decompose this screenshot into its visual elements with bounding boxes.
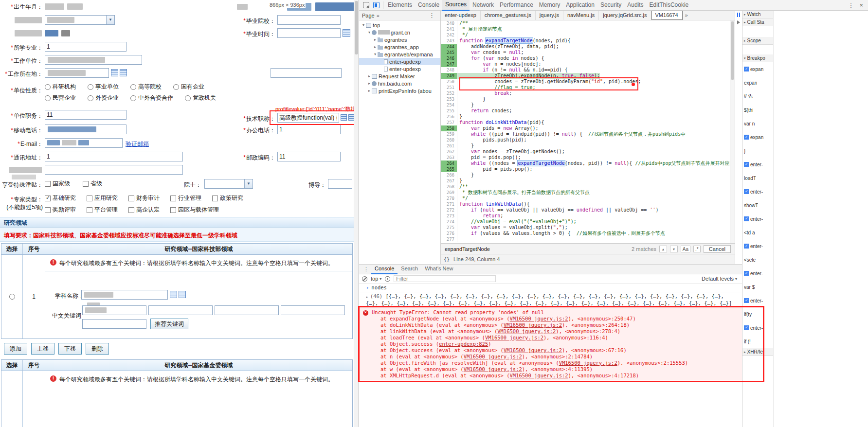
- line-number[interactable]: 271: [441, 201, 457, 207]
- checkbox-option-item[interactable]: 财务审计: [128, 194, 170, 202]
- checkbox-option-item[interactable]: 国家级: [45, 179, 83, 188]
- radio-icon[interactable]: [45, 84, 51, 90]
- breakpoint-entry[interactable]: enter-: [742, 267, 773, 280]
- tree-item-enter-updexp[interactable]: enter-updexp: [359, 65, 440, 72]
- radio-option-item[interactable]: 事业单位: [88, 83, 130, 91]
- code-line[interactable]: 273 return;: [441, 213, 735, 219]
- code-line[interactable]: 270 */: [441, 196, 735, 201]
- code-line[interactable]: 242 */: [441, 32, 735, 38]
- doctoral-input[interactable]: [328, 179, 352, 189]
- line-number[interactable]: 244: [441, 44, 457, 50]
- file-tab-vm16674[interactable]: VM16674: [651, 11, 683, 20]
- checkbox-icon[interactable]: [83, 181, 89, 187]
- row-radio[interactable]: [9, 294, 15, 300]
- console-result[interactable]: ▸(46) [{…}, {…}, {…}, {…}, {…}, {…}, {…}…: [359, 292, 742, 308]
- clear-console-icon[interactable]: [362, 276, 367, 282]
- line-number[interactable]: 259: [441, 131, 457, 137]
- breakpoint-entry[interactable]: enter-: [742, 239, 773, 253]
- file-tab-enter-updexp[interactable]: enter-updexp: [441, 11, 481, 20]
- devtools-tab-editthiscookie[interactable]: EditThisCookie: [647, 0, 692, 10]
- clear-icon[interactable]: [170, 291, 177, 298]
- tree-item-egrantres[interactable]: ▸egrantres: [359, 36, 440, 43]
- tree-expander-icon[interactable]: ▸: [373, 45, 378, 49]
- code-line[interactable]: 267}: [441, 178, 735, 184]
- checkbox-icon[interactable]: [128, 207, 134, 213]
- region-select-icon[interactable]: [111, 69, 118, 76]
- breakpoint-checkbox[interactable]: [744, 67, 749, 71]
- sidebar-section-xhr-breakpoints[interactable]: ▸XHR/fet: [742, 348, 773, 356]
- devtools-tab-audits[interactable]: Audits: [624, 0, 646, 10]
- code-line[interactable]: 247 var n = nodes[node];: [441, 61, 735, 67]
- grad-time-input[interactable]: [277, 28, 341, 38]
- code-line[interactable]: 258 var pids = new Array();: [441, 125, 735, 131]
- recommend-keywords-button[interactable]: 推荐关键词: [150, 319, 188, 329]
- devtools-tab-performance[interactable]: Performance: [497, 0, 536, 10]
- tech-title-input[interactable]: [277, 113, 339, 123]
- stack-link[interactable]: VM16500 jquery.js:2: [559, 360, 617, 366]
- search-next-button[interactable]: ▼: [670, 246, 678, 252]
- line-number[interactable]: 246: [441, 55, 457, 61]
- line-number[interactable]: 248: [441, 67, 457, 73]
- search-cancel-button[interactable]: Cancel: [704, 245, 731, 253]
- breakpoint-checkbox[interactable]: [744, 298, 749, 303]
- more-tabs-icon[interactable]: »: [377, 13, 380, 18]
- breakpoint-checkbox[interactable]: [744, 135, 749, 140]
- line-number[interactable]: 260: [441, 137, 457, 143]
- checkbox-option-item[interactable]: 奖励评审: [45, 206, 87, 214]
- checkbox-option-item[interactable]: 政策研究: [212, 194, 254, 202]
- devtools-tab-network[interactable]: Network: [470, 0, 497, 10]
- tree-expander-icon[interactable]: ▸: [373, 37, 378, 42]
- line-number[interactable]: 277: [441, 236, 457, 242]
- code-area[interactable]: 240/**241 * 展开指定的节点242 */243function exp…: [441, 20, 735, 243]
- tree-select-icon[interactable]: [120, 69, 127, 76]
- breakpoint-entry[interactable]: $(thi: [742, 103, 773, 117]
- devtools-tab-application[interactable]: Application: [563, 0, 597, 10]
- breakpoint-entry[interactable]: if(ty: [742, 307, 773, 321]
- tree-item-egrantweb-expmana[interactable]: ▾egrantweb/expmana: [359, 51, 440, 58]
- step-over-button[interactable]: [737, 20, 740, 24]
- line-number[interactable]: 264: [441, 160, 457, 166]
- line-number[interactable]: 275: [441, 225, 457, 231]
- line-number[interactable]: 270: [441, 196, 457, 201]
- line-number[interactable]: 258: [441, 125, 457, 131]
- tree-expander-icon[interactable]: ▾: [367, 30, 372, 35]
- keyword-input-4[interactable]: [281, 305, 345, 315]
- keyword-input-2[interactable]: [148, 305, 213, 315]
- code-line[interactable]: 261 }: [441, 143, 735, 149]
- drawer-tab-search[interactable]: Search: [398, 264, 421, 274]
- code-line[interactable]: 275 var values = valueObj.split(",");: [441, 225, 735, 231]
- line-number[interactable]: 256: [441, 114, 457, 120]
- tree-item-printexppsninfo-abou[interactable]: ▸printExpPsnInfo (abou: [359, 87, 440, 94]
- code-line[interactable]: 277: [441, 236, 735, 242]
- office-phone-input[interactable]: [277, 125, 341, 134]
- radio-option-item[interactable]: 党政机关: [185, 94, 228, 102]
- radio-option-item[interactable]: 科研机构: [45, 83, 88, 91]
- code-line[interactable]: 272 if (null == valueObj || valueObj == …: [441, 207, 735, 213]
- sidebar-section-call-sta[interactable]: ▸Call Sta: [742, 18, 773, 26]
- breakpoint-entry[interactable]: if (!: [742, 335, 773, 348]
- search-prev-button[interactable]: ▲: [659, 246, 667, 252]
- breakpoint-entry[interactable]: var n: [742, 117, 773, 130]
- breakpoint-entry[interactable]: <td a: [742, 226, 773, 239]
- address-input[interactable]: [45, 152, 183, 161]
- line-number[interactable]: 247: [441, 61, 457, 67]
- regex-toggle[interactable]: .*: [693, 246, 701, 252]
- line-number[interactable]: 262: [441, 149, 457, 155]
- devtools-close-icon[interactable]: ×: [856, 1, 866, 9]
- line-number[interactable]: 268: [441, 184, 457, 190]
- code-line[interactable]: 276 if (values && values.length > 0) { /…: [441, 231, 735, 236]
- radio-icon[interactable]: [130, 95, 136, 101]
- line-number[interactable]: 254: [441, 102, 457, 108]
- stack-link[interactable]: VM16500 jquery.js:2: [504, 347, 562, 353]
- breakpoint-checkbox[interactable]: [744, 325, 749, 330]
- stack-link[interactable]: enter-updexp:825: [439, 341, 488, 347]
- stack-link[interactable]: VM16500 jquery.js:2: [464, 354, 522, 359]
- radio-option-item[interactable]: 外资企业: [88, 94, 130, 102]
- devtools-menu-icon[interactable]: ⋮: [845, 1, 856, 9]
- live-expression-icon[interactable]: [385, 276, 390, 282]
- search-query-input[interactable]: expandTargetNode: [445, 246, 490, 252]
- line-number[interactable]: 245: [441, 50, 457, 55]
- line-number[interactable]: 265: [441, 166, 457, 172]
- breakpoint-entry[interactable]: expan: [742, 62, 773, 76]
- expander-icon[interactable]: ▸: [366, 295, 368, 299]
